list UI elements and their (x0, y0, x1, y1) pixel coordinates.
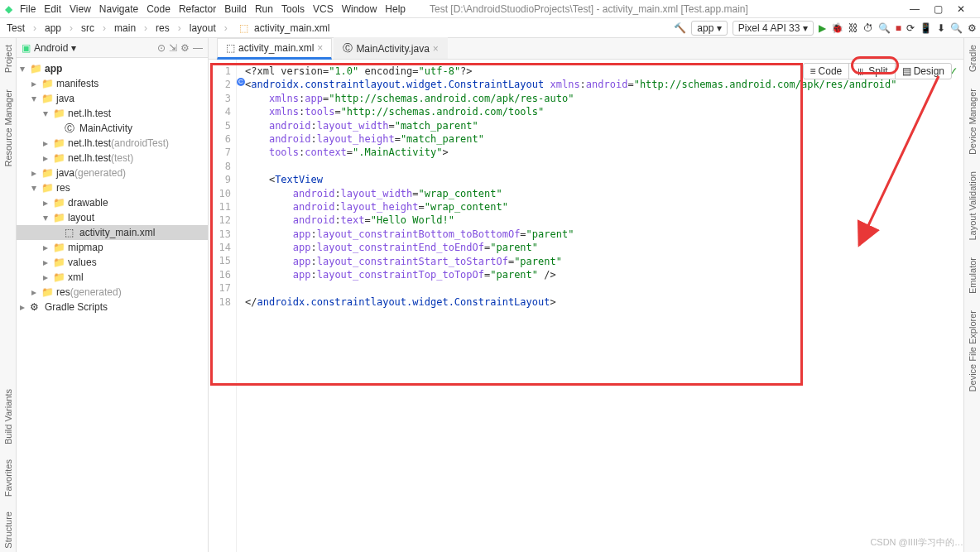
tree-item[interactable]: ▾📁layout (17, 210, 208, 225)
tree-item[interactable]: ▸📁res (generated) (17, 285, 208, 300)
hide-icon[interactable]: — (193, 42, 203, 54)
breadcrumb-item[interactable]: ⬚ activity_main.xml (233, 22, 334, 35)
breadcrumb-item[interactable]: main (111, 22, 139, 35)
device-selector[interactable]: Pixel 4 API 33 ▾ (733, 21, 814, 36)
build-icon[interactable]: 🔨 (674, 22, 686, 34)
window-controls: — ▢ ✕ (907, 3, 975, 15)
tree-item[interactable]: ▸📁values (17, 255, 208, 270)
view-split[interactable]: ⫼Split (849, 64, 895, 79)
tab-icon: Ⓒ (343, 41, 353, 55)
gear-icon[interactable]: ⚙ (180, 42, 190, 54)
menu-tools[interactable]: Tools (277, 2, 309, 17)
menu-vcs[interactable]: VCS (309, 2, 338, 17)
code-editor[interactable]: <?xml version="1.0" encoding="utf-8"?> <… (237, 60, 963, 552)
rail-project[interactable]: Project (3, 45, 13, 73)
view-code[interactable]: ≡Code (804, 64, 850, 79)
right-tool-rail: GradleDevice ManagerLayout ValidationEmu… (963, 38, 980, 552)
stop-icon[interactable]: ■ (896, 22, 901, 34)
tree-item[interactable]: ▸📁net.lh.test (androidTest) (17, 136, 208, 151)
breadcrumb-item[interactable]: layout (186, 22, 219, 35)
rail-favorites[interactable]: Favorites (3, 459, 13, 497)
app-inspection-icon[interactable]: 🔍 (878, 22, 891, 34)
main-area: ProjectResource Manager ▣ Android ▾ ⊙ ⇲ … (0, 38, 980, 552)
tab-close-icon[interactable]: × (317, 42, 323, 54)
maximize-button[interactable]: ▢ (930, 3, 945, 15)
run-config-selector[interactable]: app ▾ (691, 21, 727, 36)
line-gutter: 123456789101112131415161718 (209, 60, 237, 552)
breadcrumb-item[interactable]: Test (3, 22, 28, 35)
menu-navigate[interactable]: Navigate (95, 2, 142, 17)
menu-edit[interactable]: Edit (40, 2, 65, 17)
target-icon[interactable]: ⊙ (157, 42, 166, 54)
app-icon: ◆ (5, 3, 12, 15)
tree-item[interactable]: ▸📁mipmap (17, 240, 208, 255)
minimize-button[interactable]: — (907, 3, 922, 15)
tree-item[interactable]: ▾📁app (17, 61, 208, 76)
breadcrumb-item[interactable]: res (152, 22, 173, 35)
android-icon: ▣ (22, 42, 31, 54)
tree-item[interactable]: ⒸMainActivity (17, 121, 208, 136)
debug-icon[interactable]: 🐞 (831, 22, 843, 34)
project-view-selector[interactable]: Android ▾ (34, 42, 76, 54)
rail-layout-validation[interactable]: Layout Validation (968, 171, 978, 241)
menu-help[interactable]: Help (381, 2, 410, 17)
tree-item[interactable]: ▾📁res (17, 180, 208, 195)
rail-gradle[interactable]: Gradle (968, 45, 978, 72)
project-panel-header: ▣ Android ▾ ⊙ ⇲ ⚙ — (17, 38, 208, 58)
menu-build[interactable]: Build (220, 2, 251, 17)
design-view-switcher: ≡Code⫼Split▤Design (803, 63, 952, 79)
watermark: CSDN @IIII学习中的… (870, 536, 963, 549)
rail-emulator[interactable]: Emulator (968, 257, 978, 294)
avd-icon[interactable]: 📱 (920, 22, 932, 34)
search-icon[interactable]: 🔍 (950, 22, 963, 34)
tree-item[interactable]: ▸📁java (generated) (17, 166, 208, 180)
rail-structure[interactable]: Structure (3, 511, 13, 549)
close-button[interactable]: ✕ (954, 3, 968, 15)
editor-tab[interactable]: ⒸMainActivity.java× (334, 37, 448, 59)
editor-area: ⬚activity_main.xml×ⒸMainActivity.java× ≡… (209, 38, 963, 552)
tree-item[interactable]: ⬚activity_main.xml (17, 225, 208, 240)
tree-item[interactable]: ▾📁net.lh.test (17, 106, 208, 121)
window-title: Test [D:\AndroidStuodioProjects\Test] - … (413, 3, 904, 15)
sdk-icon[interactable]: ⬇ (937, 22, 945, 34)
menu-code[interactable]: Code (142, 2, 175, 17)
project-panel: ▣ Android ▾ ⊙ ⇲ ⚙ — ▾📁app▸📁manifests▾📁ja… (17, 38, 209, 552)
coverage-icon[interactable]: ⛓ (848, 22, 858, 34)
toolbar: Test›app›src›main›res›layout›⬚ activity_… (0, 18, 980, 38)
tree-item[interactable]: ▾📁java (17, 91, 208, 106)
editor-body: 123456789101112131415161718 C <?xml vers… (209, 60, 963, 552)
tree-item[interactable]: ▸⚙Gradle Scripts (17, 300, 208, 314)
run-icon[interactable]: ▶ (819, 22, 826, 34)
editor-tabs: ⬚activity_main.xml×ⒸMainActivity.java× (209, 38, 963, 60)
breadcrumb-item[interactable]: src (78, 22, 98, 35)
menu-view[interactable]: View (65, 2, 95, 17)
rail-resource-manager[interactable]: Resource Manager (3, 89, 13, 167)
tree-item[interactable]: ▸📁drawable (17, 195, 208, 210)
editor-tab[interactable]: ⬚activity_main.xml× (217, 38, 332, 60)
sync-icon[interactable]: ⟳ (906, 22, 915, 34)
class-marker-icon[interactable]: C (237, 78, 245, 86)
menubar: ◆ FileEditViewNavigateCodeRefactorBuildR… (0, 0, 980, 18)
collapse-icon[interactable]: ⇲ (169, 42, 177, 54)
menu-window[interactable]: Window (338, 2, 382, 17)
view-design[interactable]: ▤Design (896, 64, 951, 79)
tab-close-icon[interactable]: × (433, 43, 439, 55)
menu-file[interactable]: File (16, 2, 40, 17)
breadcrumb: Test›app›src›main›res›layout›⬚ activity_… (3, 22, 333, 35)
toolbar-right: 🔨 app ▾ Pixel 4 API 33 ▾ ▶ 🐞 ⛓ ⏱ 🔍 ■ ⟳ 📱… (674, 21, 977, 36)
tree-item[interactable]: ▸📁xml (17, 270, 208, 285)
project-tree[interactable]: ▾📁app▸📁manifests▾📁java▾📁net.lh.testⒸMain… (17, 58, 208, 552)
menu-refactor[interactable]: Refactor (175, 2, 220, 17)
rail-build-variants[interactable]: Build Variants (3, 389, 13, 444)
rail-device-file-explorer[interactable]: Device File Explorer (968, 310, 978, 391)
settings-icon[interactable]: ⚙ (968, 22, 977, 34)
profiler-icon[interactable]: ⏱ (863, 22, 873, 34)
tree-item[interactable]: ▸📁manifests (17, 76, 208, 91)
tree-item[interactable]: ▸📁net.lh.test (test) (17, 151, 208, 166)
tab-icon: ⬚ (226, 42, 235, 54)
breadcrumb-item[interactable]: app (41, 22, 65, 35)
bottom-left-rail: Build VariantsFavoritesStructure (0, 389, 17, 549)
rail-device-manager[interactable]: Device Manager (968, 89, 978, 155)
menu-run[interactable]: Run (251, 2, 277, 17)
